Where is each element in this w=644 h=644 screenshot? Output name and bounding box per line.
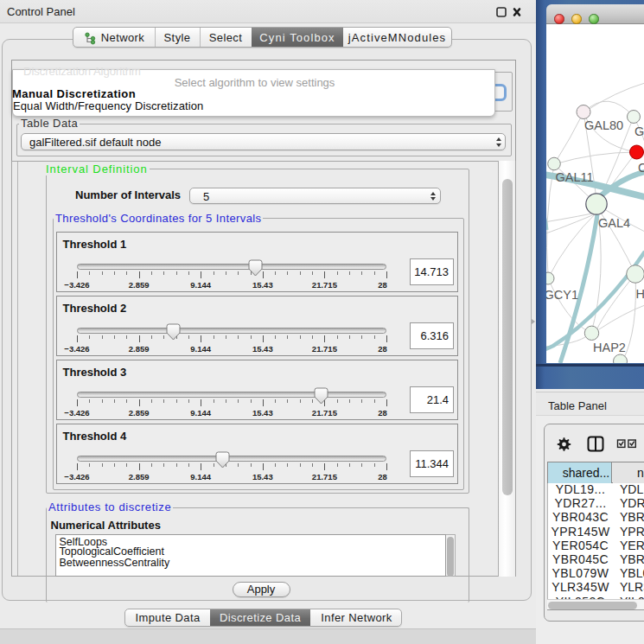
svg-text:H: H	[636, 287, 644, 301]
svg-text:C: C	[638, 161, 644, 175]
svg-text:HAP2: HAP2	[593, 341, 626, 354]
svg-text:GA: GA	[634, 124, 644, 138]
svg-text:GCY1: GCY1	[546, 288, 578, 302]
svg-text:GAL80: GAL80	[584, 118, 623, 132]
svg-text:GAL4: GAL4	[598, 216, 630, 230]
svg-text:GAL11: GAL11	[556, 170, 594, 184]
